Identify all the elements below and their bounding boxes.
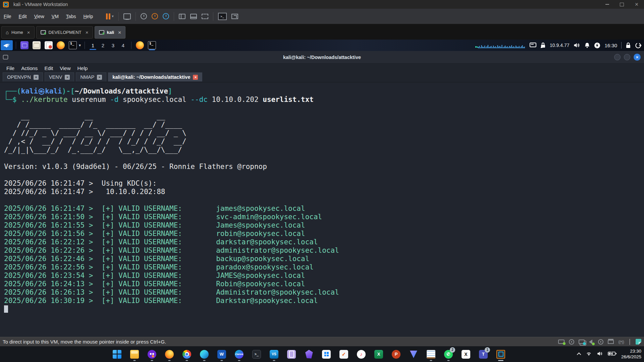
lock-screen-icon[interactable] <box>626 42 631 48</box>
network-adapter-icon[interactable] <box>579 340 585 344</box>
menu-tabs[interactable]: Tabs <box>62 12 80 21</box>
workspace-1[interactable]: 1 <box>89 40 97 50</box>
close-icon[interactable]: × <box>86 29 89 35</box>
removable-disk-icon[interactable] <box>598 339 603 345</box>
cpu-graph[interactable] <box>475 42 526 48</box>
start-icon[interactable] <box>111 348 123 361</box>
volume-icon[interactable] <box>573 42 580 48</box>
close-icon[interactable]: × <box>27 29 30 35</box>
kali-menu-button[interactable] <box>1 40 13 50</box>
wifi-signal-icon[interactable]: ((•)) <box>618 339 624 344</box>
battery-charging-icon[interactable] <box>608 351 616 357</box>
notifications-bell-icon[interactable] <box>584 42 590 48</box>
obsidian-icon[interactable] <box>303 348 315 361</box>
unity-view-button[interactable] <box>202 14 208 19</box>
mask-app-icon[interactable] <box>146 348 158 361</box>
text-editor-icon[interactable] <box>45 41 53 49</box>
firefox-icon[interactable] <box>163 348 176 361</box>
workspace-2[interactable]: 2 <box>99 40 107 50</box>
chevron-down-icon[interactable]: ▾ <box>112 14 114 18</box>
whatsapp-icon[interactable]: ✆2 <box>442 348 455 361</box>
display-app-icon[interactable] <box>20 41 29 49</box>
edge-icon[interactable] <box>198 348 211 361</box>
capcut-icon[interactable]: X <box>460 348 472 361</box>
terminal-menu-actions[interactable]: Actions <box>18 65 41 72</box>
fit-guest-button[interactable] <box>231 14 238 19</box>
terminal-tab[interactable]: NMAP× <box>76 72 106 81</box>
terminal-menu-file[interactable]: File <box>3 65 17 72</box>
phone-link-icon[interactable] <box>285 348 298 361</box>
show-library-button[interactable] <box>179 14 185 19</box>
vmware-workstation-icon[interactable] <box>494 348 507 361</box>
teams-icon[interactable]: T1 <box>477 348 490 361</box>
powerpoint-icon[interactable]: P <box>390 348 402 361</box>
word-icon[interactable]: W <box>215 348 228 361</box>
close-button[interactable]: × <box>634 54 641 61</box>
workspace-3[interactable]: 3 <box>109 40 117 50</box>
logout-icon[interactable] <box>635 42 641 49</box>
file-explorer-icon[interactable] <box>128 348 141 361</box>
display-settings-icon[interactable] <box>530 43 536 48</box>
canva-icon[interactable]: Canva <box>233 348 246 361</box>
menu-edit[interactable]: Edit <box>15 12 31 21</box>
maximize-icon[interactable] <box>614 0 629 9</box>
hard-disk-icon[interactable] <box>558 340 565 344</box>
manage-snapshots-button[interactable] <box>163 13 169 19</box>
menu-file[interactable]: File <box>0 12 15 21</box>
terminal-titlebar[interactable]: kali@kali: ~/Downloads/attacktive × <box>0 51 644 64</box>
take-snapshot-button[interactable] <box>141 13 147 19</box>
pause-button[interactable]: ▾ <box>106 13 114 19</box>
wifi-icon[interactable] <box>586 351 592 358</box>
terminal-launcher-icon[interactable]: $_ <box>69 41 77 49</box>
terminal-menu-help[interactable]: Help <box>74 65 91 72</box>
menu-help[interactable]: Help <box>79 12 97 21</box>
tray-clock[interactable]: 23:30 26/6/2025 <box>621 349 641 360</box>
terminal-tab[interactable]: VENV× <box>45 72 74 81</box>
close-icon[interactable]: × <box>34 75 39 80</box>
ip-address[interactable]: 10.9.4.77 <box>550 43 569 48</box>
terminal-tab[interactable]: kali@kali: ~/Downloads/attacktive× <box>108 72 202 81</box>
minimize-button[interactable] <box>614 54 621 60</box>
close-icon[interactable] <box>629 0 644 9</box>
terminal-content[interactable]: ┌──(kali㉿kali)-[~/Downloads/attacktive] … <box>0 82 644 337</box>
rave-icon[interactable] <box>407 348 420 361</box>
notepad-icon[interactable] <box>425 348 437 361</box>
file-manager-icon[interactable] <box>33 41 41 49</box>
terminal-window-button[interactable]: $_ <box>148 41 156 49</box>
close-icon[interactable]: × <box>193 75 198 80</box>
minimize-icon[interactable] <box>600 0 614 9</box>
menu-vm[interactable]: VM <box>48 12 62 21</box>
console-view-button[interactable]: >_ <box>218 13 227 20</box>
maximize-button[interactable] <box>624 54 630 60</box>
vm-tab-kali[interactable]: kali× <box>95 26 125 39</box>
show-thumbnail-bar-button[interactable] <box>190 14 197 19</box>
apple-music-icon[interactable]: ♪ <box>355 348 368 361</box>
terminal-tab[interactable]: OPENVPN× <box>3 72 43 81</box>
message-log-icon[interactable] <box>636 339 641 345</box>
power-status-icon[interactable] <box>594 42 600 49</box>
vpn-lock-icon[interactable] <box>540 42 546 48</box>
ms-todo-icon[interactable]: ✓ <box>337 348 350 361</box>
windows-terminal-icon[interactable]: >_ <box>250 348 263 361</box>
vm-tab-home[interactable]: ⌂Home× <box>1 26 35 39</box>
revert-snapshot-button[interactable] <box>152 13 158 19</box>
sound-icon[interactable] <box>589 340 594 344</box>
vscode-icon[interactable]: VS <box>268 348 280 361</box>
firefox-window-button[interactable] <box>136 41 144 49</box>
terminal-menu-edit[interactable]: Edit <box>41 65 56 72</box>
tray-chevron-up-icon[interactable] <box>577 353 581 357</box>
excel-icon[interactable]: X <box>372 348 385 361</box>
chrome-icon[interactable] <box>180 348 193 361</box>
terminal-menu-view[interactable]: View <box>57 65 73 72</box>
panel-clock[interactable]: 16:30 <box>604 43 617 48</box>
send-ctrl-alt-del-button[interactable] <box>123 13 131 19</box>
menu-view[interactable]: View <box>31 12 48 21</box>
volume-icon[interactable] <box>597 351 603 358</box>
firefox-launcher-icon[interactable] <box>57 41 65 49</box>
printer-icon[interactable] <box>608 340 614 344</box>
close-icon[interactable]: × <box>97 75 102 80</box>
ms-store-icon[interactable] <box>320 348 333 361</box>
close-icon[interactable]: × <box>65 75 70 80</box>
cd-rom-icon[interactable] <box>569 339 574 345</box>
vm-tab-development[interactable]: DEVELOPMENT× <box>36 26 93 39</box>
